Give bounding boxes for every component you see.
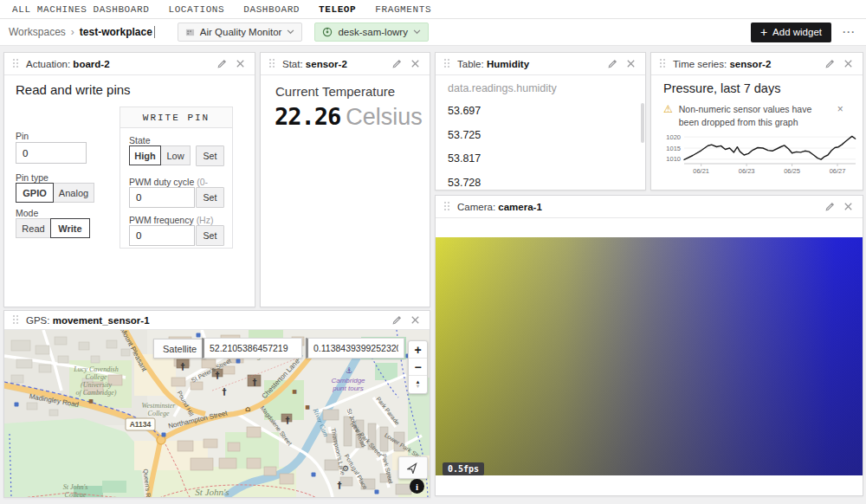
map-canvas[interactable]: ††††††⌂■■■⚙⚓ Lucy CavendishCollege(Unive… [4,330,430,497]
recenter-button[interactable] [398,456,428,479]
breadcrumb-separator-icon: › [71,26,74,38]
close-icon[interactable] [410,314,421,326]
state-segmented: HighLow [129,145,191,165]
close-icon[interactable] [843,201,854,212]
nav-item-locations[interactable]: LOCATIONS [168,4,224,15]
parking-icon [197,333,201,338]
segment-option-gpio[interactable]: GPIO [16,183,54,203]
machine-icon [322,27,333,37]
nav-item-teleop[interactable]: TELEOP [319,4,356,15]
drag-handle-icon[interactable] [13,59,19,68]
book-icon: ■ [292,388,297,394]
latitude-input[interactable] [202,338,302,359]
pwm-duty-input[interactable] [129,187,195,208]
mode-segmented: ReadWrite [16,218,90,238]
svg-text:06/21: 06/21 [693,167,709,175]
drag-handle-icon[interactable] [444,59,450,68]
map-label: Cambridge [331,377,365,384]
drag-handle-icon[interactable] [444,202,450,211]
map-label: Lucy Cavendish [73,365,118,373]
segment-option-read[interactable]: Read [16,218,51,238]
navigation-arrow-icon [407,462,419,474]
nav-item-dashboard[interactable]: DASHBOARD [243,4,300,15]
chart-title: Pressure, last 7 days [663,81,780,95]
zoom-out-button[interactable]: − [409,359,427,376]
svg-text:1020: 1020 [666,133,681,141]
pwm-freq-label: PWM frequency (Hz) [129,215,213,225]
breadcrumb-workspaces[interactable]: Workspaces [9,26,66,38]
machine-select[interactable]: desk-sam-lowry [314,23,429,42]
table-rows: 53.69753.72553.81753.728 [448,105,481,191]
close-icon[interactable] [843,58,854,69]
segment-option-high[interactable]: High [129,145,161,165]
widget-type-label: Table: [457,59,484,69]
segment-option-analog[interactable]: Analog [53,183,94,203]
compass-button[interactable]: ▲▼ [409,376,427,393]
map-attribution-info-icon[interactable]: i [410,479,424,494]
widget-header: Actuation: board-2 [4,53,255,75]
state-set-button[interactable]: Set [196,145,224,166]
pressure-line-chart: 10101015102006/2106/2306/2506/27 [658,129,859,176]
edit-pencil-icon[interactable] [391,58,403,69]
chevron-down-icon [413,29,421,35]
table-scrollbar[interactable] [641,103,644,143]
breadcrumb-current-workspace[interactable]: test-workplace [80,26,155,38]
edit-pencil-icon[interactable] [824,58,836,69]
overflow-menu-icon[interactable]: ⋯ [842,24,856,40]
svg-text:06/25: 06/25 [784,167,800,175]
edit-pencil-icon[interactable] [824,201,836,212]
mode-label: Mode [16,208,38,218]
widget-stat: Stat: sensor-2 Current Temperature 22.26… [260,52,430,307]
segment-option-write[interactable]: Write [50,218,90,238]
pwm-freq-set-button[interactable]: Set [196,225,224,246]
map-label: College [86,373,107,381]
edit-pencil-icon[interactable] [216,58,228,69]
table-row: 53.817 [448,152,481,177]
road-badge: A1134 [126,418,155,430]
stat-value: 22.26Celsius [275,103,423,131]
pin-input[interactable] [16,142,87,164]
church-icon: † [338,481,342,490]
drag-handle-icon[interactable] [660,59,666,68]
machine-select-value: desk-sam-lowry [338,27,408,37]
nav-item-fragments[interactable]: FRAGMENTS [375,4,431,15]
svg-text:A1134: A1134 [130,420,152,429]
longitude-input[interactable] [306,338,404,359]
fps-badge: 0.5fps [443,462,484,475]
add-widget-label: Add widget [772,27,822,37]
camera-feed-image: 0.5fps [436,237,863,475]
drag-handle-icon[interactable] [269,59,275,68]
zoom-in-button[interactable]: + [409,341,427,359]
widget-name: movement_sensor-1 [53,315,150,326]
nav-item-all-machines-dashboard[interactable]: ALL MACHINES DASHBOARD [12,4,149,15]
drag-handle-icon[interactable] [13,315,19,325]
workspace-select[interactable]: Air Quality Monitor [178,23,303,42]
pwm-freq-input[interactable] [129,225,195,246]
edit-pencil-icon[interactable] [391,314,403,326]
parking-icon [375,490,379,494]
widget-timeseries: Time series: sensor-2 Pressure, last 7 d… [650,52,863,191]
stat-unit: Celsius [346,104,423,130]
svg-text:1010: 1010 [666,155,681,163]
warning-dismiss-icon[interactable]: × [837,103,843,129]
map-label: College [65,491,87,497]
close-icon[interactable] [625,58,637,69]
edit-pencil-icon[interactable] [607,58,618,69]
chevron-down-icon [287,29,294,35]
widget-header: Camera: camera-1 [436,196,863,218]
close-icon[interactable] [235,58,246,69]
widget-actuation: Actuation: board-2 Read and write pins P… [3,52,255,307]
map-label: of Cambridge) [76,389,117,397]
segment-option-low[interactable]: Low [160,145,191,165]
warning-banner: ⚠ Non-numeric sensor values have been dr… [663,103,852,129]
satellite-toggle-button[interactable]: Satellite [153,339,206,359]
add-widget-button[interactable]: + Add widget [751,23,831,42]
plus-icon: + [760,26,767,38]
close-icon[interactable] [410,58,421,69]
pwm-duty-set-button[interactable]: Set [196,187,224,208]
state-label: State [129,135,151,145]
write-pin-title: WRITE PIN [120,107,232,128]
widget-camera: Camera: camera-1 0.5fps [435,195,863,496]
teleop-dashboard-page: ALL MACHINES DASHBOARDLOCATIONSDASHBOARD… [0,0,866,504]
warning-icon: ⚠ [663,103,673,129]
